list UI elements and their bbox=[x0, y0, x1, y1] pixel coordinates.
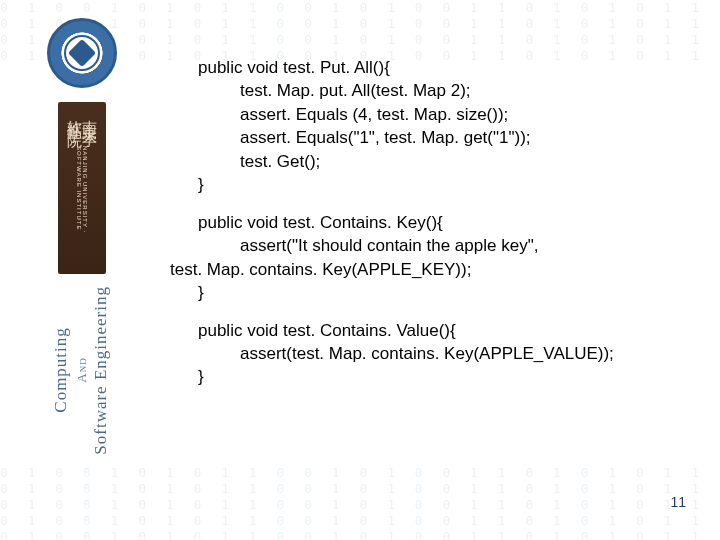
eng-and: And bbox=[73, 290, 91, 451]
chinese-subtitle: NANJING UNIVERSITY · SOFTWARE INSTITUTE bbox=[76, 146, 88, 268]
chinese-title-block: 南京大学 软件学院 NANJING UNIVERSITY · SOFTWARE … bbox=[58, 102, 106, 274]
code-line: assert(test. Map. contains. Key(APPLE_VA… bbox=[170, 342, 680, 365]
code-block-putall: public void test. Put. All(){ test. Map.… bbox=[170, 56, 680, 197]
code-line: public void test. Contains. Value(){ bbox=[170, 319, 680, 342]
english-title: Computing And Software Engineering bbox=[50, 286, 113, 455]
code-line: } bbox=[170, 173, 680, 196]
code-line: test. Map. put. All(test. Map 2); bbox=[170, 79, 680, 102]
english-title-block: Computing And Software Engineering bbox=[58, 286, 106, 455]
page-number: 11 bbox=[670, 494, 686, 510]
code-block-containsvalue: public void test. Contains. Value(){ ass… bbox=[170, 319, 680, 389]
code-line: public void test. Contains. Key(){ bbox=[170, 211, 680, 234]
university-logo bbox=[47, 18, 117, 88]
chinese-title: 南京大学 软件学院 bbox=[67, 108, 97, 144]
code-line: assert("It should contain the apple key"… bbox=[170, 234, 680, 257]
code-line: test. Map. contains. Key(APPLE_KEY)); bbox=[170, 258, 680, 281]
code-line: } bbox=[170, 281, 680, 304]
code-block-containskey: public void test. Contains. Key(){ asser… bbox=[170, 211, 680, 305]
logo-inner-icon bbox=[67, 39, 95, 67]
eng-line-1: Computing bbox=[51, 328, 70, 414]
sidebar: 南京大学 软件学院 NANJING UNIVERSITY · SOFTWARE … bbox=[24, 18, 139, 520]
code-line: test. Get(); bbox=[170, 150, 680, 173]
sidebar-strip: 南京大学 软件学院 NANJING UNIVERSITY · SOFTWARE … bbox=[58, 102, 106, 455]
code-line: public void test. Put. All(){ bbox=[170, 56, 680, 79]
code-line: } bbox=[170, 365, 680, 388]
code-line: assert. Equals (4, test. Map. size()); bbox=[170, 103, 680, 126]
code-line: assert. Equals("1", test. Map. get("1"))… bbox=[170, 126, 680, 149]
eng-line-2: Software Engineering bbox=[91, 286, 110, 455]
code-content: public void test. Put. All(){ test. Map.… bbox=[170, 56, 680, 403]
